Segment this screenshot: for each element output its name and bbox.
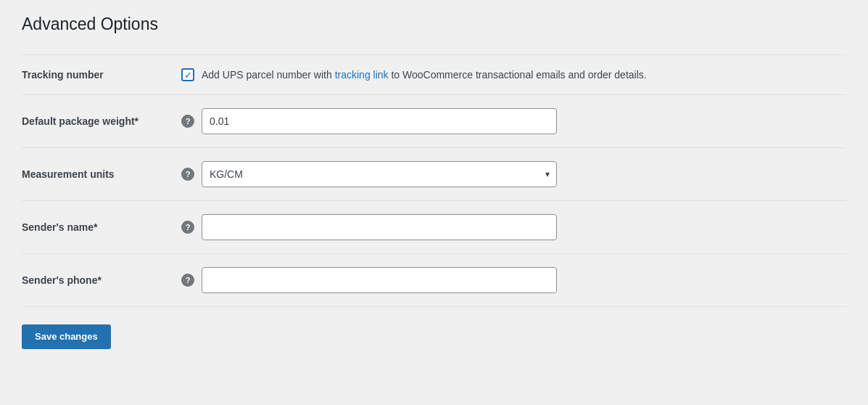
senders-name-control: ? xyxy=(181,214,846,240)
senders-phone-row: Sender's phone* ? xyxy=(22,254,846,307)
senders-name-row: Sender's name* ? xyxy=(22,201,846,254)
measurement-units-help-icon[interactable]: ? xyxy=(181,168,194,181)
tracking-number-row: Tracking number ✓ Add UPS parcel number … xyxy=(22,54,846,95)
measurement-units-select[interactable]: KG/CM LB/IN xyxy=(202,161,557,187)
senders-phone-input[interactable] xyxy=(202,267,557,293)
tracking-number-control: ✓ Add UPS parcel number with tracking li… xyxy=(181,68,846,81)
tracking-link[interactable]: tracking link xyxy=(335,69,389,81)
measurement-units-select-wrapper: KG/CM LB/IN ▾ xyxy=(202,161,557,187)
tracking-number-checkbox-label: Add UPS parcel number with tracking link… xyxy=(202,69,647,81)
default-package-weight-help-icon[interactable]: ? xyxy=(181,115,194,128)
default-package-weight-input[interactable] xyxy=(202,108,557,134)
measurement-units-label: Measurement units xyxy=(22,168,181,180)
save-changes-button[interactable]: Save changes xyxy=(22,324,111,349)
tracking-number-checkbox[interactable]: ✓ xyxy=(181,68,194,81)
advanced-options-form: Tracking number ✓ Add UPS parcel number … xyxy=(22,54,846,307)
default-package-weight-row: Default package weight* ? xyxy=(22,95,846,148)
checkmark-icon: ✓ xyxy=(184,70,192,80)
measurement-units-control: ? KG/CM LB/IN ▾ xyxy=(181,161,846,187)
senders-phone-control: ? xyxy=(181,267,846,293)
default-package-weight-label: Default package weight* xyxy=(22,115,181,127)
senders-name-help-icon[interactable]: ? xyxy=(181,221,194,234)
senders-phone-label: Sender's phone* xyxy=(22,274,181,286)
senders-name-input[interactable] xyxy=(202,214,557,240)
measurement-units-row: Measurement units ? KG/CM LB/IN ▾ xyxy=(22,148,846,201)
senders-name-label: Sender's name* xyxy=(22,221,181,233)
tracking-number-label: Tracking number xyxy=(22,69,181,81)
tracking-number-checkbox-wrapper[interactable]: ✓ Add UPS parcel number with tracking li… xyxy=(181,68,647,81)
page-title: Advanced Options xyxy=(22,15,846,34)
default-package-weight-control: ? xyxy=(181,108,846,134)
senders-phone-help-icon[interactable]: ? xyxy=(181,274,194,287)
